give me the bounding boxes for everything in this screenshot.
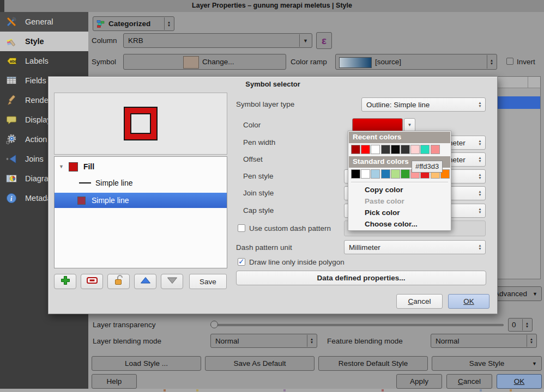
open-lock-icon: [113, 275, 124, 288]
brush-icon: [5, 94, 18, 107]
color-swatch[interactable]: [381, 145, 390, 154]
window-titlebar[interactable]: Layer Properties – gunung merapi meletus…: [0, 0, 544, 12]
apply-button[interactable]: Apply: [396, 374, 442, 389]
abc-tag-icon: abc: [5, 54, 18, 68]
spinner-arrows[interactable]: ▲▼: [476, 204, 484, 217]
dialog-ok-button[interactable]: OK: [448, 294, 489, 309]
save-symbol-button[interactable]: Save: [189, 274, 227, 289]
symbol-change-label: Change...: [202, 54, 234, 69]
draw-inside-polygon-checkbox[interactable]: ✓: [238, 258, 245, 266]
epsilon-icon: ε: [322, 35, 327, 47]
color-swatch[interactable]: [361, 169, 370, 179]
recent-colors-header: Recent colors: [349, 132, 450, 143]
spinner-arrows[interactable]: ▲▼: [476, 98, 484, 111]
move-down-button[interactable]: [161, 274, 183, 289]
load-style-button[interactable]: Load Style ...: [92, 356, 201, 371]
lock-button[interactable]: [107, 274, 130, 289]
sidebar-item-label: Style: [25, 37, 44, 46]
tree-item-label: Fill: [83, 162, 94, 171]
ok-button[interactable]: OK: [497, 374, 542, 389]
color-swatch[interactable]: [361, 145, 370, 154]
spinner-arrows[interactable]: ▲▼: [522, 319, 531, 330]
color-swatch[interactable]: [371, 169, 380, 179]
save-style-button[interactable]: Save Style ▼: [432, 356, 542, 371]
cancel-button[interactable]: Cancel: [446, 374, 492, 389]
sidebar-item-label: Action: [25, 135, 47, 144]
color-ramp-gradient: [339, 57, 372, 68]
remove-layer-button[interactable]: [81, 274, 103, 289]
sidebar-item-style[interactable]: Style: [0, 32, 88, 51]
feature-blending-select[interactable]: Normal ▲▼: [431, 334, 537, 348]
sidebar-item-labels[interactable]: abc Labels: [0, 51, 88, 71]
restore-default-style-button[interactable]: Restore Default Style: [318, 356, 428, 371]
spinner-arrows[interactable]: ▲▼: [476, 170, 484, 183]
sidebar-item-general[interactable]: General: [0, 12, 88, 32]
add-layer-button[interactable]: [54, 274, 76, 289]
renderer-type-select[interactable]: Categorized ▲▼: [93, 16, 174, 31]
chevron-down-icon[interactable]: ▼: [299, 34, 311, 47]
sidebar-item-label: Diagra: [25, 174, 49, 183]
color-swatch[interactable]: [410, 145, 420, 154]
spinner-arrows[interactable]: ▲▼: [487, 55, 496, 69]
save-as-default-button[interactable]: Save As Default: [205, 356, 315, 371]
color-swatch[interactable]: [371, 145, 380, 154]
color-swatch[interactable]: [391, 169, 400, 179]
invert-label: Invert: [517, 58, 535, 66]
use-custom-dash-checkbox[interactable]: [238, 224, 245, 232]
spinner-arrows[interactable]: ▲▼: [476, 241, 484, 254]
spinner-arrows[interactable]: ▲▼: [307, 335, 316, 347]
spinner-arrows[interactable]: ▲▼: [476, 153, 484, 166]
move-up-button[interactable]: [134, 274, 156, 289]
invert-checkbox[interactable]: [506, 58, 513, 65]
symbol-layer-type-select[interactable]: Outline: Simple line ▲▼: [361, 97, 486, 112]
transparency-slider-handle[interactable]: [210, 321, 218, 328]
color-ramp-select[interactable]: [source] ▲▼: [335, 54, 497, 70]
color-swatch[interactable]: [351, 145, 360, 154]
color-swatch[interactable]: [431, 145, 440, 154]
layer-blending-select[interactable]: Normal ▲▼: [210, 334, 317, 348]
column-label: Column: [92, 36, 117, 45]
tools-icon: [5, 15, 18, 28]
expression-button[interactable]: ε: [316, 32, 332, 49]
recent-colors-row: [349, 143, 450, 156]
color-swatch[interactable]: [351, 169, 360, 179]
tree-item-fill[interactable]: ▼ Fill: [55, 160, 227, 173]
expander-icon[interactable]: ▼: [59, 164, 64, 169]
color-button[interactable]: [352, 118, 403, 132]
transparency-spinbox[interactable]: 0 ▲▼: [508, 318, 533, 332]
offset-label: Offset: [243, 155, 263, 163]
column-select[interactable]: KRB ▼: [123, 33, 312, 48]
color-swatch[interactable]: [391, 145, 400, 154]
transparency-slider-track[interactable]: [210, 324, 504, 326]
tree-item-label: Simple line: [95, 179, 132, 187]
spinner-arrows[interactable]: ▲▼: [476, 136, 484, 149]
data-defined-properties-button[interactable]: Data defined properties...: [236, 271, 486, 285]
tree-item-outline[interactable]: Simple line: [55, 176, 227, 189]
help-button[interactable]: Help: [92, 374, 137, 389]
svg-text:abc: abc: [10, 59, 17, 64]
copy-color-menu-item[interactable]: Copy color: [349, 184, 450, 195]
color-swatch[interactable]: [420, 145, 430, 154]
dialog-title: Symbol selector: [49, 80, 497, 88]
dash-pattern-unit-select[interactable]: Millimeter ▲▼: [344, 240, 486, 254]
pick-color-menu-item[interactable]: Pick color: [349, 207, 450, 218]
symbol-layer-type-label: Symbol layer type: [236, 100, 294, 108]
renderer-type-value: Categorized: [108, 17, 150, 30]
spinner-arrows[interactable]: ▲▼: [476, 187, 484, 200]
sidebar-item-label: Render: [25, 96, 51, 105]
color-swatch[interactable]: [381, 169, 390, 179]
dialog-cancel-button[interactable]: Cancel: [396, 294, 443, 309]
categorized-renderer-icon: [96, 20, 105, 30]
symbol-change-button[interactable]: Change...: [123, 54, 286, 70]
use-custom-dash-label: Use custom dash pattern: [249, 224, 331, 232]
color-dropdown-arrow-button[interactable]: ▼: [404, 118, 415, 132]
sidebar-item-label: Fields: [25, 76, 46, 85]
color-swatch[interactable]: [401, 169, 410, 179]
menu-separator: [351, 182, 448, 183]
tree-item-simple-line-selected[interactable]: Simple line: [55, 193, 227, 208]
color-swatch[interactable]: [401, 145, 410, 154]
sidebar-item-label: Labels: [25, 57, 49, 65]
spinner-arrows[interactable]: ▲▼: [164, 17, 173, 30]
spinner-arrows[interactable]: ▲▼: [527, 335, 536, 347]
choose-color-menu-item[interactable]: Choose color...: [349, 218, 450, 230]
